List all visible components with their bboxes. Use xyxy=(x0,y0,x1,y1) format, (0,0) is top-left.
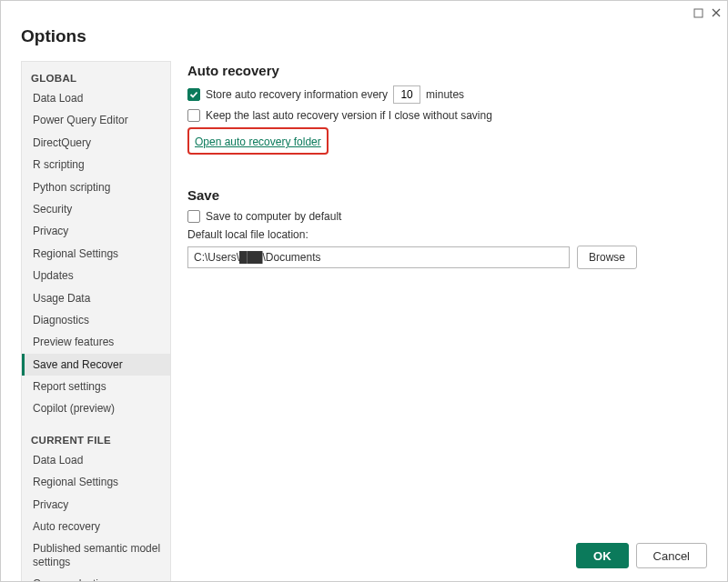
sidebar-item-privacy[interactable]: Privacy xyxy=(22,494,170,516)
default-location-label: Default local file location: xyxy=(187,228,707,241)
ok-button[interactable]: OK xyxy=(576,543,629,568)
keep-last-label: Keep the last auto recovery version if I… xyxy=(206,109,492,122)
save-to-computer-checkbox[interactable] xyxy=(187,210,200,223)
sidebar-item-security[interactable]: Security xyxy=(22,198,170,220)
sidebar-item-regional-settings[interactable]: Regional Settings xyxy=(22,471,170,493)
sidebar-item-data-load[interactable]: Data Load xyxy=(22,87,170,109)
sidebar-item-power-query-editor[interactable]: Power Query Editor xyxy=(22,109,170,131)
section-auto-recovery: Auto recovery xyxy=(187,63,707,78)
sidebar-item-auto-recovery[interactable]: Auto recovery xyxy=(22,516,170,537)
save-to-computer-label: Save to computer by default xyxy=(206,210,341,223)
sidebar-item-published-semantic-model-settings[interactable]: Published semantic model settings xyxy=(22,537,170,573)
svg-rect-0 xyxy=(694,9,703,17)
sidebar-item-directquery[interactable]: DirectQuery xyxy=(22,132,170,154)
sidebar-item-usage-data[interactable]: Usage Data xyxy=(22,287,170,309)
main-panel: Auto recovery Store auto recovery inform… xyxy=(171,61,707,582)
close-icon[interactable] xyxy=(711,7,722,18)
section-save: Save xyxy=(187,187,707,203)
store-info-label-prefix: Store auto recovery information every xyxy=(206,88,388,101)
sidebar: GLOBAL Data LoadPower Query EditorDirect… xyxy=(21,61,171,582)
maximize-icon[interactable] xyxy=(693,8,703,18)
sidebar-heading-current-file: CURRENT FILE xyxy=(22,429,170,449)
sidebar-item-query-reduction[interactable]: Query reduction xyxy=(22,573,170,582)
minutes-input[interactable] xyxy=(393,85,420,104)
sidebar-item-python-scripting[interactable]: Python scripting xyxy=(22,176,170,198)
sidebar-item-updates[interactable]: Updates xyxy=(22,265,170,286)
sidebar-item-r-scripting[interactable]: R scripting xyxy=(22,154,170,176)
sidebar-item-diagnostics[interactable]: Diagnostics xyxy=(22,309,170,331)
sidebar-item-regional-settings[interactable]: Regional Settings xyxy=(22,243,170,265)
sidebar-item-copilot-preview-[interactable]: Copilot (preview) xyxy=(22,397,170,419)
sidebar-item-privacy[interactable]: Privacy xyxy=(22,220,170,242)
default-location-input[interactable] xyxy=(187,246,570,268)
cancel-button[interactable]: Cancel xyxy=(636,543,707,568)
open-folder-highlight: Open auto recovery folder xyxy=(187,127,329,155)
open-auto-recovery-folder-link[interactable]: Open auto recovery folder xyxy=(195,135,321,148)
store-info-label-suffix: minutes xyxy=(426,88,464,101)
sidebar-heading-global: GLOBAL xyxy=(22,67,170,87)
sidebar-item-preview-features[interactable]: Preview features xyxy=(22,331,170,353)
sidebar-item-data-load[interactable]: Data Load xyxy=(22,449,170,471)
store-info-checkbox[interactable] xyxy=(187,88,200,101)
sidebar-item-report-settings[interactable]: Report settings xyxy=(22,376,170,397)
keep-last-checkbox[interactable] xyxy=(187,109,200,122)
page-title: Options xyxy=(21,26,727,46)
browse-button[interactable]: Browse xyxy=(577,246,637,269)
sidebar-item-save-and-recover[interactable]: Save and Recover xyxy=(22,354,170,376)
